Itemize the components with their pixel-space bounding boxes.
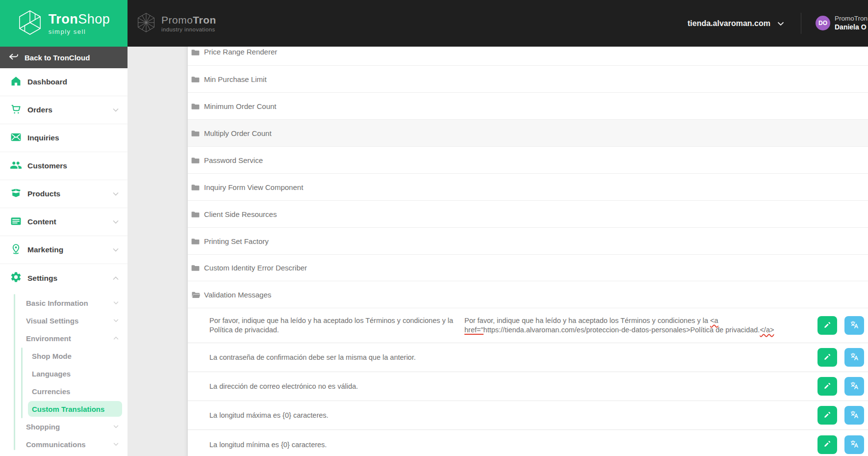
- top-header: TronShop simply sell PromoTron industry …: [0, 0, 868, 47]
- chevron-up-icon: [113, 337, 119, 340]
- translation-source-text: La contraseña de confirmación debe ser l…: [209, 353, 474, 362]
- submenu-item-visual-settings[interactable]: Visual Settings: [0, 312, 128, 329]
- envelope-icon: [10, 131, 22, 145]
- translate-button[interactable]: [844, 316, 864, 335]
- translation-row[interactable]: Por favor, indique que ha leído y ha ace…: [188, 308, 868, 343]
- edit-translation-button[interactable]: [817, 435, 837, 454]
- shop-domain-selector[interactable]: tienda.alvaroman.com: [688, 0, 784, 47]
- active-item-highlight: Custom Translations: [28, 401, 122, 417]
- sidebar-item-inquiries[interactable]: Inquiries: [0, 124, 128, 152]
- spellcheck-wavy-underline: </a>: [760, 326, 774, 334]
- chevron-down-icon: [113, 301, 119, 305]
- folder-icon: [191, 183, 200, 192]
- translation-source-text: Por favor, indique que ha leído y ha ace…: [209, 316, 474, 335]
- content-left-gutter: [128, 47, 188, 456]
- translation-row[interactable]: La longitud máxima es {0} caracteres.: [188, 401, 868, 430]
- submenu-item-communications[interactable]: Communications: [0, 435, 128, 453]
- sidebar-item-settings[interactable]: Settings: [0, 264, 128, 292]
- tronshop-logo[interactable]: TronShop simply sell: [0, 0, 128, 47]
- spellcheck-wavy-underline: <a: [710, 317, 718, 324]
- submenu-item-shopping[interactable]: Shopping: [0, 418, 128, 435]
- submenu-item-currencies[interactable]: Currencies: [0, 382, 128, 400]
- folder-row[interactable]: Client Side Resources: [188, 201, 868, 228]
- folder-icon: [191, 237, 200, 246]
- translate-button[interactable]: [844, 377, 864, 396]
- translate-icon: [849, 439, 860, 451]
- translate-button[interactable]: [844, 435, 864, 454]
- chevron-down-icon: [113, 248, 119, 252]
- sidebar-item-content[interactable]: Content: [0, 208, 128, 236]
- back-to-troncloud-button[interactable]: Back to TronCloud: [0, 47, 128, 68]
- shop-domain-label: tienda.alvaroman.com: [688, 19, 770, 28]
- edit-translation-button[interactable]: [817, 316, 837, 335]
- app-window: TronShop simply sell PromoTron industry …: [0, 0, 868, 456]
- user-avatar[interactable]: DO: [816, 16, 830, 30]
- back-arrow-icon: [8, 53, 18, 62]
- submenu-item-languages[interactable]: Languages: [0, 365, 128, 382]
- folder-row[interactable]: Inquiry Form View Component: [188, 174, 868, 201]
- folder-row[interactable]: Custom Identity Error Describer: [188, 255, 868, 281]
- translation-source-text: La longitud máxima es {0} caracteres.: [209, 411, 474, 420]
- submenu-item-basic-information[interactable]: Basic Information: [0, 294, 128, 312]
- folder-row[interactable]: Password Service: [188, 147, 868, 174]
- folder-icon: [191, 102, 200, 111]
- back-label: Back to TronCloud: [25, 54, 90, 62]
- cart-icon: [10, 103, 22, 117]
- submenu-item-environment[interactable]: Environment: [0, 329, 128, 347]
- sidebar-item-orders[interactable]: Orders: [0, 96, 128, 124]
- tronshop-hexagon-icon: [18, 9, 42, 38]
- pencil-icon: [823, 352, 832, 363]
- partner-tagline: industry innovations: [161, 27, 216, 32]
- folder-icon: [191, 210, 200, 219]
- settings-submenu: Basic Information Visual Settings Enviro…: [0, 292, 128, 453]
- chevron-down-icon: [113, 192, 119, 196]
- folder-icon: [191, 48, 200, 57]
- user-info[interactable]: PromoTron Daniela O: [835, 15, 868, 31]
- translate-button[interactable]: [844, 348, 864, 367]
- translate-button[interactable]: [844, 406, 864, 425]
- folder-icon: [191, 129, 200, 138]
- sidebar: Back to TronCloud Dashboard Orders: [0, 47, 128, 456]
- edit-translation-button[interactable]: [817, 348, 837, 367]
- header-divider: [801, 13, 801, 34]
- partner-title: PromoTron: [161, 14, 216, 26]
- sidebar-item-marketing[interactable]: Marketing: [0, 236, 128, 264]
- gear-icon: [10, 271, 22, 285]
- spellcheck-solid-underline: href=": [464, 326, 484, 335]
- chevron-up-icon: [113, 276, 119, 280]
- chevron-down-icon: [777, 19, 784, 28]
- sidebar-item-dashboard[interactable]: Dashboard: [0, 68, 128, 96]
- folder-row[interactable]: Printing Set Factory: [188, 228, 868, 255]
- translations-tree-panel: Price Range Renderer Min Purchase Limit …: [188, 47, 868, 456]
- promotron-logo: PromoTron industry innovations: [136, 0, 216, 47]
- folder-row-open[interactable]: Validation Messages: [188, 281, 868, 308]
- folder-icon: [191, 263, 200, 272]
- translate-icon: [849, 320, 860, 331]
- submenu-item-custom-translations[interactable]: Custom Translations: [0, 400, 128, 418]
- translation-target-text: Por favor, indique que ha leído y ha ace…: [464, 316, 808, 335]
- translation-row[interactable]: La longitud mínima es {0} caracteres.: [188, 430, 868, 456]
- translation-row[interactable]: La dirección de correo electrónico no es…: [188, 372, 868, 401]
- translation-source-text: La longitud mínima es {0} caracteres.: [209, 440, 474, 449]
- translate-icon: [849, 409, 860, 421]
- chevron-down-icon: [113, 443, 119, 446]
- translation-source-text: La dirección de correo electrónico no es…: [209, 382, 474, 391]
- folder-row[interactable]: Min Purchase Limit: [188, 66, 868, 93]
- sidebar-item-customers[interactable]: Customers: [0, 152, 128, 180]
- folder-row[interactable]: Minimum Order Count: [188, 93, 868, 120]
- edit-translation-button[interactable]: [817, 406, 837, 425]
- submenu-item-shop-mode[interactable]: Shop Mode: [0, 347, 128, 365]
- box-icon: [10, 187, 22, 201]
- user-name: Daniela O: [835, 23, 868, 31]
- promotron-hexagon-icon: [136, 12, 156, 35]
- translation-row[interactable]: La contraseña de confirmación debe ser l…: [188, 343, 868, 372]
- chevron-down-icon: [113, 425, 119, 429]
- pencil-icon: [823, 439, 832, 450]
- folder-icon: [191, 156, 200, 165]
- list-icon: [10, 215, 22, 229]
- folder-row[interactable]: Price Range Renderer: [188, 47, 868, 66]
- folder-row[interactable]: Multiply Order Count: [188, 120, 868, 147]
- chevron-down-icon: [113, 220, 119, 224]
- sidebar-item-products[interactable]: Products: [0, 180, 128, 208]
- edit-translation-button[interactable]: [817, 377, 837, 396]
